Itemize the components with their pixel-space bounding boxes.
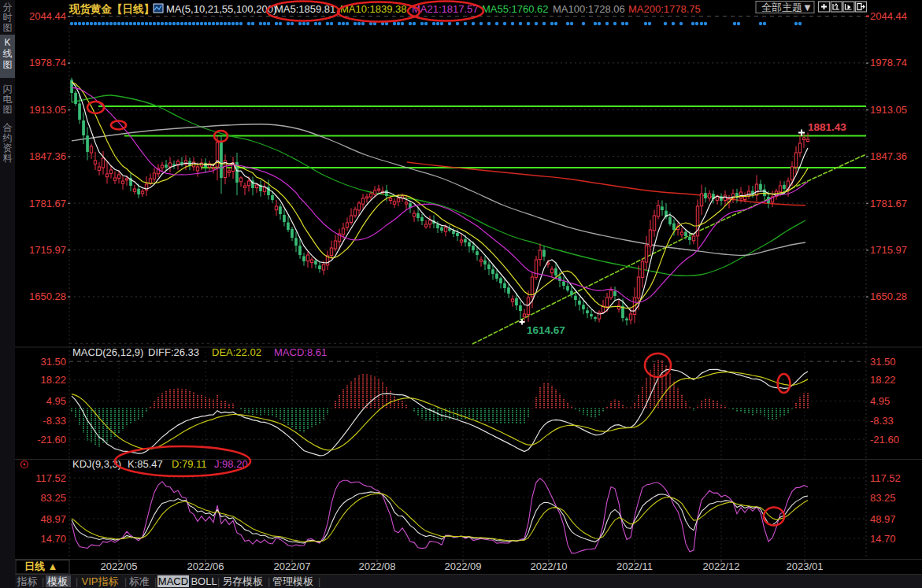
svg-text:K:85.47: K:85.47 [128,458,163,470]
svg-text:-21.60: -21.60 [37,434,66,446]
svg-text:1913.05: 1913.05 [870,104,907,116]
svg-text:|: | [42,576,44,587]
svg-text:管理模板: 管理模板 [272,575,313,587]
svg-text:图: 图 [3,59,13,70]
svg-text:模板: 模板 [46,575,68,587]
svg-text:18.22: 18.22 [870,374,896,386]
svg-text:-8.33: -8.33 [43,415,66,427]
svg-text:线: 线 [3,48,13,59]
svg-text:2044.44: 2044.44 [870,10,907,22]
svg-text:MACD:8.61: MACD:8.61 [274,346,327,358]
svg-text:MA55:1760.62: MA55:1760.62 [482,3,549,15]
svg-text:MACD(26,12,9): MACD(26,12,9) [72,346,143,358]
svg-text:1881.43: 1881.43 [808,121,846,133]
svg-text:DEA:22.02: DEA:22.02 [212,346,261,358]
svg-text:48.97: 48.97 [40,513,66,525]
svg-text:2023/01: 2023/01 [787,560,824,572]
svg-text:图: 图 [3,22,13,33]
svg-text:|: | [191,576,193,587]
svg-text:KDJ(9,3,3): KDJ(9,3,3) [72,458,121,470]
svg-text:K: K [4,37,10,48]
svg-text:电: 电 [3,94,13,105]
svg-text:|: | [76,576,78,587]
svg-text:料: 料 [3,153,13,164]
svg-text:分: 分 [3,2,13,13]
svg-text:|: | [268,576,270,587]
svg-text:2022/10: 2022/10 [531,560,568,572]
svg-text:MA5:1859.81: MA5:1859.81 [275,3,335,15]
svg-text:闪: 闪 [3,83,13,94]
svg-text:|: | [318,576,320,587]
svg-text:MA(5,10,21,55,100,200): MA(5,10,21,55,100,200) [166,3,276,15]
svg-text:1847.36: 1847.36 [870,150,907,162]
svg-text:约: 约 [3,132,13,143]
svg-text:-8.33: -8.33 [870,415,894,427]
svg-text:1715.97: 1715.97 [870,244,907,256]
svg-text:1913.05: 1913.05 [29,104,66,116]
svg-text:|: | [217,576,220,587]
svg-text:1650.28: 1650.28 [870,290,907,302]
svg-text:MA21:1817.57: MA21:1817.57 [412,3,479,15]
svg-text:标准: 标准 [129,575,150,587]
svg-text:VIP指标: VIP指标 [82,575,119,587]
svg-text:14.70: 14.70 [870,533,896,545]
svg-text:1650.28: 1650.28 [29,290,66,302]
svg-text:14.70: 14.70 [40,533,66,545]
svg-text:1847.36: 1847.36 [29,150,66,162]
svg-text:31.50: 31.50 [870,356,896,368]
svg-text:BOLL: BOLL [191,575,217,587]
svg-text:合: 合 [3,122,13,133]
svg-text:2022/07: 2022/07 [274,560,311,572]
svg-text:1614.67: 1614.67 [527,324,565,336]
svg-text:1978.74: 1978.74 [870,57,907,68]
svg-text:2022/06: 2022/06 [187,560,224,572]
svg-text:2022/05: 2022/05 [101,560,138,572]
svg-text:全部主题▼: 全部主题▼ [761,2,813,13]
svg-text:83.25: 83.25 [870,492,896,504]
svg-text:MA200:1778.75: MA200:1778.75 [628,3,701,15]
svg-text:|: | [154,576,157,587]
svg-text:2022/09: 2022/09 [445,560,482,572]
svg-text:1978.74: 1978.74 [29,57,66,68]
svg-text:4.95: 4.95 [870,395,890,407]
svg-text:83.25: 83.25 [40,492,66,504]
svg-text:2022/11: 2022/11 [617,560,653,572]
svg-text:现货黄金【日线】: 现货黄金【日线】 [69,3,154,15]
svg-text:|: | [124,576,127,587]
svg-text:指标: 指标 [17,575,38,587]
svg-text:资: 资 [3,142,13,153]
svg-text:48.97: 48.97 [870,513,896,525]
svg-text:117.52: 117.52 [870,472,901,484]
svg-text:18.22: 18.22 [40,374,66,386]
svg-text:117.52: 117.52 [35,472,66,484]
svg-text:D:79.11: D:79.11 [172,458,207,470]
svg-text:2044.44: 2044.44 [29,10,66,22]
svg-text:2022/08: 2022/08 [359,560,396,572]
svg-text:1781.67: 1781.67 [870,198,907,209]
svg-text:1715.97: 1715.97 [29,244,66,256]
svg-text:MA100:1728.06: MA100:1728.06 [553,3,625,15]
svg-text:时: 时 [3,12,13,23]
svg-text:DIFF:26.33: DIFF:26.33 [148,346,199,358]
svg-text:图: 图 [3,104,13,115]
svg-text:2022/12: 2022/12 [703,560,740,572]
svg-text:日线 ▲: 日线 ▲ [24,560,57,572]
svg-text:MACD: MACD [158,575,188,587]
svg-text:-21.60: -21.60 [870,434,899,446]
svg-text:31.50: 31.50 [40,356,66,368]
svg-text:1781.67: 1781.67 [29,198,66,209]
svg-text:另存模板: 另存模板 [222,575,263,587]
svg-text:4.95: 4.95 [46,395,66,407]
